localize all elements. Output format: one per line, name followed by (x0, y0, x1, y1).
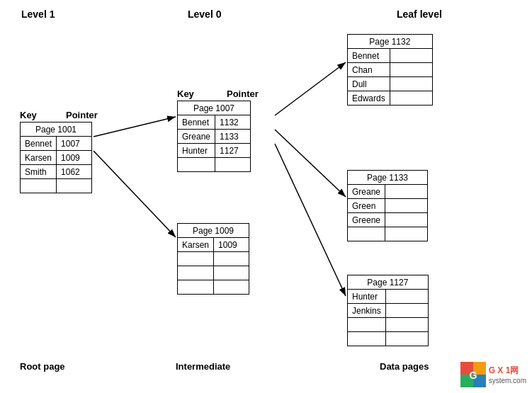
table-row: Hunter (348, 290, 429, 304)
table-row: Dull (348, 77, 433, 91)
root-row4-ptr (57, 179, 92, 193)
root-row2-ptr: 1009 (57, 151, 92, 165)
leaf3-row3-key (348, 318, 386, 332)
root-key-header: Key (20, 110, 66, 120)
inter2-page-header: Page 1009 (178, 224, 249, 238)
inter-col-headers: Key Pointer (177, 89, 273, 99)
intermediate-label: Intermediate (176, 361, 230, 372)
table-row: Greane 1133 (178, 130, 251, 144)
table-row (348, 227, 428, 241)
watermark: G G X 1网 system.com (460, 362, 526, 387)
inter-pointer-header: Pointer (227, 89, 273, 99)
inter1-row2-ptr: 1133 (215, 130, 251, 144)
root-row4-key (21, 179, 57, 193)
leaf1-row4-key: Edwards (348, 91, 390, 106)
leaf2-row3-col2 (385, 213, 428, 227)
leaf1-row4-col2 (390, 91, 432, 106)
root-page-header: Page 1001 (21, 123, 92, 137)
leaf2-row1-key: Greane (348, 185, 385, 199)
table-row: Edwards (348, 91, 433, 106)
leaf2-row2-col2 (385, 199, 428, 213)
root-row1-ptr: 1007 (57, 137, 92, 151)
arrow-root-inter2 (94, 151, 176, 237)
leaf2-row4-col2 (385, 227, 428, 241)
table-row: Karsen 1009 (21, 151, 92, 165)
inter-table-2: Page 1009 Karsen 1009 (177, 223, 249, 295)
root-col-headers: Key Pointer (20, 110, 105, 120)
inter-table-1: Page 1007 Bennet 1132 Greane 1133 Hunter… (177, 101, 251, 172)
inter1-row1-ptr: 1132 (215, 115, 251, 130)
level0-label: Level 0 (188, 8, 221, 20)
leaf1-row1-col2 (390, 49, 432, 63)
leaf-table-2: Page 1133 Greane Green Greene (347, 170, 428, 241)
table-row (178, 252, 249, 266)
inter2-row4-ptr (214, 280, 249, 295)
leaf2-row2-key: Green (348, 199, 385, 213)
table-row: Bennet 1132 (178, 115, 251, 130)
root-row1-key: Bennet (21, 137, 57, 151)
table-row: Smith 1062 (21, 165, 92, 179)
inter1-row3-ptr: 1127 (215, 144, 251, 158)
leaf-table-1: Page 1132 Bennet Chan Dull Edwards (347, 34, 433, 106)
inter2-row2-key (178, 252, 214, 266)
table-row: Greene (348, 213, 428, 227)
leaf1-row3-col2 (390, 77, 432, 91)
leaf-level-label: Leaf level (397, 8, 442, 20)
inter1-row4-key (178, 158, 215, 172)
inter2-row2-ptr (214, 252, 249, 266)
table-row (178, 280, 249, 295)
table-row (178, 158, 251, 172)
table-row: Bennet (348, 49, 433, 63)
inter2-row1-key: Karsen (178, 238, 214, 252)
root-row3-key: Smith (21, 165, 57, 179)
root-row2-key: Karsen (21, 151, 57, 165)
table-row: Green (348, 199, 428, 213)
leaf-table-3: Page 1127 Hunter Jenkins (347, 275, 429, 346)
leaf2-row3-key: Greene (348, 213, 385, 227)
table-row: Hunter 1127 (178, 144, 251, 158)
inter2-row3-ptr (214, 266, 249, 280)
leaf3-row4-col2 (385, 332, 428, 346)
table-row (178, 266, 249, 280)
arrow-inter1-leaf1 (275, 62, 346, 115)
inter2-row3-key (178, 266, 214, 280)
table-row: Karsen 1009 (178, 238, 249, 252)
table-row: Jenkins (348, 304, 429, 318)
inter2-row1-ptr: 1009 (214, 238, 249, 252)
leaf1-page-header: Page 1132 (348, 35, 433, 49)
watermark-gx1: G X 1网 (489, 365, 526, 377)
root-row3-ptr: 1062 (57, 165, 92, 179)
table-row: Chan (348, 63, 433, 77)
arrows-diagram (0, 0, 532, 393)
leaf1-row3-key: Dull (348, 77, 390, 91)
inter1-row3-key: Hunter (178, 144, 215, 158)
leaf3-page-header: Page 1127 (348, 275, 429, 290)
watermark-url: system.com (489, 377, 526, 385)
inter-key-header: Key (177, 89, 227, 99)
leaf3-row1-key: Hunter (348, 290, 386, 304)
arrow-inter1-leaf3 (275, 144, 346, 296)
arrow-root-inter1 (94, 117, 176, 137)
inter2-row4-key (178, 280, 214, 295)
inter1-row1-key: Bennet (178, 115, 215, 130)
leaf1-row2-key: Chan (348, 63, 390, 77)
leaf2-page-header: Page 1133 (348, 171, 428, 185)
leaf2-row1-col2 (385, 185, 428, 199)
root-page-label: Root page (20, 361, 65, 372)
table-row (348, 318, 429, 332)
table-row: Bennet 1007 (21, 137, 92, 151)
data-pages-label: Data pages (380, 361, 429, 372)
leaf2-row4-key (348, 227, 385, 241)
watermark-text: G X 1网 system.com (489, 365, 526, 385)
table-row (21, 179, 92, 193)
table-row: Greane (348, 185, 428, 199)
leaf3-row1-col2 (385, 290, 428, 304)
svg-text:G: G (469, 370, 477, 381)
inter1-row4-ptr (215, 158, 251, 172)
watermark-logo-icon: G (460, 362, 486, 387)
root-pointer-header: Pointer (66, 110, 105, 120)
inter1-row2-key: Greane (178, 130, 215, 144)
leaf3-row4-key (348, 332, 386, 346)
table-row (348, 332, 429, 346)
leaf3-row2-col2 (385, 304, 428, 318)
